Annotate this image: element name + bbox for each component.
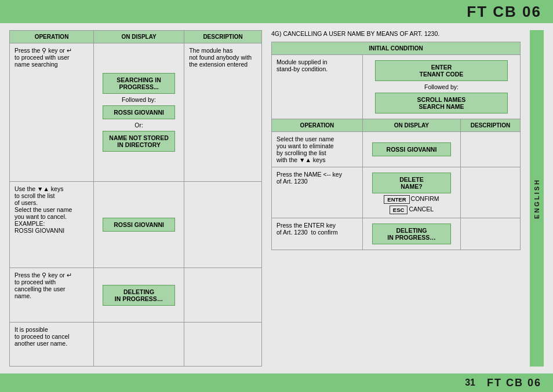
display-cell-2: ROSSI GIOVANNI (94, 181, 184, 268)
r-disp-2: DELETENAME? ENTER CONFIRM ESC CANCEL (362, 167, 460, 218)
green-box-deleting-1: DELETINGIN PROGRESS… (103, 285, 175, 306)
op-cell-4: It is possibleto proceed to cancelanothe… (10, 323, 94, 367)
english-sidebar: ENGLISH (530, 30, 544, 367)
initial-cond-text: Module supplied instand-by condition. (272, 55, 363, 119)
right-col-description: DESCRIPTION (460, 119, 520, 132)
r-op-2: Press the NAME <-- keyof Art. 1230 (272, 167, 363, 218)
followed-by-1: Followed by: (99, 96, 179, 103)
desc-cell-4 (184, 323, 262, 367)
table-row: Press the ENTER keyof Art. 1230 to confi… (272, 218, 521, 250)
initial-cond-display: ENTERTENANT CODE Followed by: SCROLL NAM… (362, 55, 520, 119)
desc-cell-2 (184, 181, 262, 268)
display-cell-3: DELETINGIN PROGRESS… (94, 268, 184, 323)
green-box-rossi-1: ROSSI GIOVANNI (103, 105, 175, 119)
green-box-searching: SEARCHING INPROGRESS... (103, 73, 175, 94)
right-col-display: ON DISPLAY (362, 119, 460, 132)
page-footer: 31 FT CB 06 (0, 373, 553, 392)
table-row: Press the ⚲ key or ↵to proceed with user… (10, 43, 262, 182)
green-box-enter-tenant: ENTERTENANT CODE (375, 60, 508, 81)
r-desc-3 (460, 218, 520, 250)
desc-cell-1: The module hasnot found anybody withthe … (184, 43, 262, 182)
cancel-label: CANCEL (409, 206, 434, 214)
table-row: It is possibleto proceed to cancelanothe… (10, 323, 262, 367)
display-cell: SEARCHING INPROGRESS... Followed by: ROS… (94, 43, 184, 182)
footer-title: FT CB 06 (487, 377, 541, 389)
english-label: ENGLISH (533, 178, 540, 219)
right-table: INITIAL CONDITION Module supplied instan… (271, 42, 521, 250)
r-desc-1 (460, 132, 520, 167)
left-col-operation: OPERATION (10, 31, 94, 43)
left-col-description: DESCRIPTION (184, 31, 262, 43)
green-box-scroll-names: SCROLL NAMESSEARCH NAME (375, 93, 508, 113)
confirm-label: CONFIRM (411, 195, 439, 204)
initial-condition-row: Module supplied instand-by condition. EN… (272, 55, 521, 119)
green-box-rossi-2: ROSSI GIOVANNI (103, 218, 175, 232)
enter-esc-boxes: ENTER CONFIRM (368, 195, 456, 204)
op-cell-3: Press the ⚲ key or ↵to proceed withcance… (10, 268, 94, 323)
table-row: Select the user nameyou want to eliminat… (272, 132, 521, 167)
right-section: 4G) CANCELLING A USER NAME BY MEANS OF A… (271, 30, 521, 367)
r-disp-1: ROSSI GIOVANNI (362, 132, 460, 167)
table-row: Press the NAME <-- keyof Art. 1230 DELET… (272, 167, 521, 218)
right-col-operation: OPERATION (272, 119, 363, 132)
page-wrapper: FT CB 06 OPERATION ON DISPLAY DESCRIPTIO… (0, 0, 553, 392)
r-op-1: Select the user nameyou want to eliminat… (272, 132, 363, 167)
or-text: Or: (99, 122, 179, 129)
header-title: FT CB 06 (467, 3, 541, 21)
r-op-3: Press the ENTER keyof Art. 1230 to confi… (272, 218, 363, 250)
enter-box: ENTER (384, 195, 409, 204)
table-row: Use the ▼▲ keysto scroll the listof user… (10, 181, 262, 268)
esc-cancel-boxes: ESC CANCEL (368, 206, 456, 214)
footer-page-number: 31 (465, 378, 475, 388)
page-header: FT CB 06 (0, 0, 553, 23)
initial-condition-header: INITIAL CONDITION (272, 42, 521, 55)
green-box-not-stored: NAME NOT STOREDIN DIRECTORY (103, 131, 175, 152)
left-table: OPERATION ON DISPLAY DESCRIPTION Press t… (9, 30, 262, 367)
op-cell: Press the ⚲ key or ↵to proceed with user… (10, 43, 94, 182)
followed-by-right: Followed by: (368, 83, 515, 90)
left-col-display: ON DISPLAY (94, 31, 184, 43)
r-desc-2 (460, 167, 520, 218)
op-cell-2: Use the ▼▲ keysto scroll the listof user… (10, 181, 94, 268)
green-box-delete-name: DELETENAME? (372, 173, 452, 193)
section-title: 4G) CANCELLING A USER NAME BY MEANS OF A… (271, 30, 521, 37)
r-disp-3: DELETINGIN PROGRESS… (362, 218, 460, 250)
left-section: OPERATION ON DISPLAY DESCRIPTION Press t… (9, 30, 262, 367)
display-cell-4 (94, 323, 184, 367)
main-content: OPERATION ON DISPLAY DESCRIPTION Press t… (0, 23, 553, 373)
table-row: Press the ⚲ key or ↵to proceed withcance… (10, 268, 262, 323)
esc-box: ESC (390, 206, 408, 214)
green-box-rossi-right: ROSSI GIOVANNI (372, 142, 452, 156)
green-box-deleting-right: DELETINGIN PROGRESS… (372, 224, 452, 244)
desc-cell-3 (184, 268, 262, 323)
